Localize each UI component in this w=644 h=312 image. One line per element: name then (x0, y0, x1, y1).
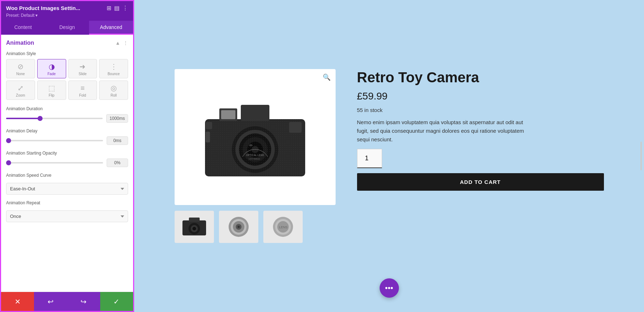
panel-icon-columns[interactable]: ▤ (114, 5, 119, 11)
undo-icon: ↩ (48, 297, 54, 306)
flip-icon: ⬚ (48, 84, 55, 92)
panel-content: Animation ▲ ⋮ Animation Style ⊘ None ◑ F… (1, 35, 133, 292)
product-stock: 55 in stock (357, 107, 604, 113)
floating-action-button[interactable]: ••• (380, 278, 399, 298)
panel-header-icons: ⊞ ▤ ⋮ (107, 5, 128, 11)
slide-icon: ➜ (79, 62, 86, 71)
save-button[interactable]: ✓ (100, 292, 133, 311)
speed-curve-label: Animation Speed Curve (6, 173, 128, 178)
opacity-slider-row: 0% (6, 159, 128, 167)
style-fold[interactable]: ≡ Fold (68, 81, 97, 100)
fade-label: Fade (48, 72, 56, 76)
tab-design[interactable]: Design (45, 21, 89, 35)
duration-value: 1000ms (106, 114, 128, 123)
redo-button[interactable]: ↪ (67, 292, 100, 311)
svg-rect-17 (205, 119, 305, 176)
save-icon: ✓ (113, 297, 119, 306)
section-icons: ▲ ⋮ (115, 40, 128, 46)
none-label: None (16, 72, 25, 76)
redo-icon: ↪ (80, 297, 87, 306)
fab-icon: ••• (385, 283, 393, 293)
tab-advanced[interactable]: Advanced (89, 21, 133, 35)
more-options-icon[interactable]: ⋮ (123, 40, 128, 46)
style-none[interactable]: ⊘ None (6, 59, 35, 78)
product-description: Nemo enim ipsam voluptatem quia voluptas… (357, 118, 529, 144)
duration-label: Animation Duration (6, 106, 128, 111)
zoom-icon: ⤢ (18, 84, 24, 92)
style-slide[interactable]: ➜ Slide (68, 59, 97, 78)
qty-wrap (357, 149, 604, 168)
scrollbar[interactable] (640, 142, 642, 170)
cancel-icon: ✕ (15, 297, 21, 306)
animation-speed-curve-field: Animation Speed Curve Ease-In-Out Ease-I… (6, 173, 128, 195)
flip-label: Flip (49, 93, 54, 97)
delay-track[interactable] (6, 140, 103, 141)
delay-thumb[interactable] (6, 138, 11, 143)
preset-arrow: ▾ (35, 13, 38, 18)
animation-duration-field: Animation Duration 1000ms (6, 106, 128, 123)
roll-icon: ◎ (111, 84, 117, 92)
fold-icon: ≡ (80, 84, 85, 92)
animation-section-header: Animation ▲ ⋮ (6, 40, 128, 46)
style-bounce[interactable]: ⋮ Bounce (99, 59, 128, 78)
fade-icon: ◑ (49, 62, 55, 71)
collapse-icon[interactable]: ▲ (115, 40, 120, 46)
tab-content[interactable]: Content (1, 21, 45, 35)
duration-thumb[interactable] (38, 116, 43, 121)
animation-section-title: Animation (6, 40, 34, 46)
svg-point-22 (192, 227, 196, 230)
svg-rect-1 (241, 105, 269, 121)
add-to-cart-button[interactable]: ADD TO CART (357, 173, 604, 191)
preset-label: Preset: Default (6, 13, 34, 18)
panel-icon-more[interactable]: ⋮ (122, 5, 128, 11)
zoom-label: Zoom (16, 93, 25, 97)
style-zoom[interactable]: ⤢ Zoom (6, 81, 35, 100)
svg-point-27 (238, 226, 240, 228)
duration-slider-row: 1000ms (6, 114, 128, 123)
repeat-label: Animation Repeat (6, 200, 128, 205)
animation-style-label: Animation Style (6, 51, 128, 56)
speed-curve-select[interactable]: Ease-In-Out Ease-In Ease-Out Linear Boun… (6, 183, 128, 195)
thumbnails-row: LENS (175, 211, 336, 243)
main-image-container: 🔍 (175, 69, 336, 205)
animation-opacity-field: Animation Starting Opacity 0% (6, 151, 128, 167)
animation-delay-field: Animation Delay 0ms (6, 128, 128, 145)
product-images: 🔍 (175, 69, 336, 243)
panel-header: Woo Product Images Settin... ⊞ ▤ ⋮ Prese… (1, 1, 133, 21)
roll-label: Roll (111, 93, 117, 97)
delay-value: 0ms (107, 136, 128, 145)
animation-style-grid: ⊘ None ◑ Fade ➜ Slide ⋮ Bounce ⤢ Zoom ⬚ (6, 59, 128, 100)
opacity-track[interactable] (6, 162, 103, 164)
product-title: Retro Toy Camera (357, 69, 604, 86)
undo-button[interactable]: ↩ (34, 292, 67, 311)
thumbnail-3[interactable]: LENS (263, 211, 303, 243)
bounce-label: Bounce (108, 72, 120, 76)
style-fade[interactable]: ◑ Fade (37, 59, 66, 78)
bounce-icon: ⋮ (110, 62, 117, 71)
preset-selector[interactable]: Preset: Default ▾ (6, 13, 128, 18)
thumbnail-2[interactable] (219, 211, 258, 243)
delay-label: Animation Delay (6, 128, 128, 133)
cancel-button[interactable]: ✕ (1, 292, 34, 311)
panel-icon-grid[interactable]: ⊞ (107, 5, 111, 11)
repeat-select[interactable]: Once Loop Infinite (6, 210, 128, 222)
style-roll[interactable]: ◎ Roll (99, 81, 128, 100)
panel-title: Woo Product Images Settin... (6, 5, 107, 11)
panel-toolbar: ✕ ↩ ↪ ✓ (1, 292, 133, 311)
product-area: 🔍 (175, 69, 604, 243)
thumbnail-1[interactable] (175, 211, 214, 243)
opacity-thumb[interactable] (6, 160, 11, 165)
main-product-image: OPTICAL LENS 1:8 f=60mm (198, 87, 312, 187)
slide-label: Slide (79, 72, 87, 76)
animation-repeat-field: Animation Repeat Once Loop Infinite (6, 200, 128, 222)
zoom-icon[interactable]: 🔍 (323, 73, 331, 81)
duration-fill (6, 118, 40, 119)
duration-track[interactable] (6, 118, 103, 119)
svg-rect-3 (221, 110, 235, 119)
svg-text:LENS: LENS (279, 225, 288, 229)
style-flip[interactable]: ⬚ Flip (37, 81, 66, 100)
opacity-label: Animation Starting Opacity (6, 151, 128, 156)
product-price: £59.99 (357, 91, 604, 102)
settings-panel: Woo Product Images Settin... ⊞ ▤ ⋮ Prese… (0, 0, 134, 312)
quantity-input[interactable] (357, 149, 382, 168)
